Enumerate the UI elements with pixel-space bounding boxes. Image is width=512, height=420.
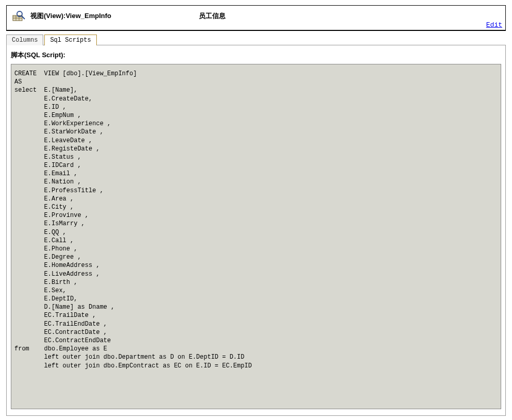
view-icon: [12, 10, 26, 22]
header-row: 视图(View):View_EmpInfo 员工信息: [12, 10, 500, 22]
tabs-container: Columns Sql Scripts 脚本(SQL Script): CREA…: [6, 34, 506, 416]
tab-sql-scripts[interactable]: Sql Scripts: [44, 35, 96, 45]
tab-columns[interactable]: Columns: [6, 35, 43, 45]
view-subtitle: 员工信息: [199, 11, 226, 21]
view-title: 视图(View):View_EmpInfo: [30, 11, 111, 21]
sql-script-label: 脚本(SQL Script):: [11, 51, 501, 60]
tab-content-sql-scripts: 脚本(SQL Script): CREATE VIEW [dbo].[View_…: [6, 45, 506, 416]
sql-script-textarea[interactable]: CREATE VIEW [dbo].[View_EmpInfo] AS sele…: [11, 64, 501, 409]
tabs-row: Columns Sql Scripts: [6, 34, 506, 45]
edit-link[interactable]: Edit: [486, 21, 502, 29]
header-panel: 视图(View):View_EmpInfo 员工信息 Edit: [6, 5, 506, 31]
